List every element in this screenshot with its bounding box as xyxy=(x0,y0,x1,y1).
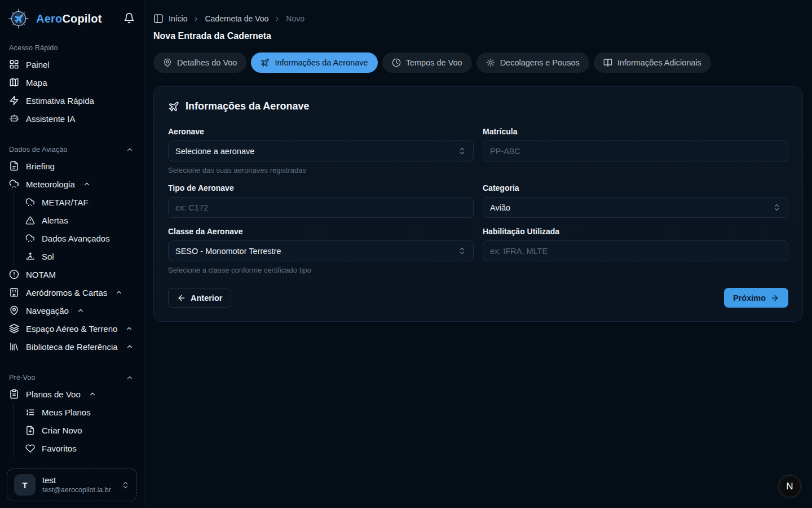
categoria-select[interactable]: Avião xyxy=(483,197,788,218)
heart-icon xyxy=(25,444,35,453)
sidebar-item-label: Espaço Aéreo & Terreno xyxy=(26,324,117,334)
map-icon xyxy=(9,77,19,87)
main-content: Início Caderneta de Voo Novo Nova Entrad… xyxy=(144,0,812,508)
alert-circle-icon xyxy=(9,269,19,279)
breadcrumb-novo: Novo xyxy=(286,14,304,23)
sidebar-item-painel[interactable]: Painel xyxy=(0,55,144,73)
sidebar-item-label: Aeródromos & Cartas xyxy=(26,288,107,297)
sidebar-item-estimativa-rapida[interactable]: Estimativa Rápida xyxy=(0,91,144,110)
select-value: Avião xyxy=(490,203,510,212)
aeronave-select[interactable]: Selecione a aeronave xyxy=(168,141,474,161)
chevron-up-icon xyxy=(126,374,134,382)
panel-left-icon[interactable] xyxy=(153,14,164,24)
page-title: Nova Entrada da Caderneta xyxy=(153,31,803,41)
field-classe-da-aeronave: Classe da Aeronave SESO - Monomotor Terr… xyxy=(168,227,474,274)
chevron-up-icon xyxy=(115,288,123,296)
tab-detalhes-do-voo[interactable]: Detalhes do Voo xyxy=(153,52,246,73)
tab-decolagens-e-pousos[interactable]: Decolagens e Pousos xyxy=(476,52,589,73)
proximo-button[interactable]: Próximo xyxy=(724,288,788,308)
library-icon xyxy=(9,341,19,352)
file-plus-icon xyxy=(25,426,35,435)
breadcrumb-caderneta-de-voo[interactable]: Caderneta de Voo xyxy=(205,14,268,23)
sidebar-item-notam[interactable]: NOTAM xyxy=(0,265,144,283)
sidebar-item-briefing[interactable]: Briefing xyxy=(0,157,144,175)
sidebar-item-label: Planos de Voo xyxy=(26,389,81,399)
tab-tempos-de-voo[interactable]: Tempos de Voo xyxy=(382,52,472,73)
sidebar-item-meus-planos[interactable]: Meus Planos xyxy=(14,403,144,421)
select-value: Selecione a aeronave xyxy=(175,147,254,156)
arrow-left-icon xyxy=(177,294,186,303)
sidebar-item-assistente-ia[interactable]: Assistente IA xyxy=(0,110,144,128)
tipo-de-aeronave-input[interactable] xyxy=(168,197,474,218)
section-acesso-rapido: Acesso Rápido Painel Mapa Estimativa Ráp… xyxy=(0,41,144,128)
form-grid: Aeronave Selecione a aeronave Selecione … xyxy=(168,127,788,274)
sidebar-header: AeroCopilot xyxy=(0,0,144,36)
user-meta: test test@aerocopilot.ia.br xyxy=(42,475,111,494)
classe-da-aeronave-select[interactable]: SESO - Monomotor Terrestre xyxy=(168,240,474,261)
field-label: Tipo de Aeronave xyxy=(168,183,474,192)
matricula-input[interactable] xyxy=(483,141,788,161)
chevrons-up-down-icon xyxy=(458,247,466,255)
sidebar-item-label: Briefing xyxy=(26,161,55,171)
sidebar-item-label: Alertas xyxy=(42,216,68,225)
sidebar-item-label: Navegação xyxy=(26,306,69,316)
notifications-bell-icon[interactable] xyxy=(123,12,136,25)
section-label-pre-voo[interactable]: Pré-Voo xyxy=(0,370,144,385)
anterior-button[interactable]: Anterior xyxy=(168,288,231,308)
section-label-text: Acesso Rápido xyxy=(9,44,58,52)
card-title: Informações da Aeronave xyxy=(186,100,309,112)
cloud-drizzle-icon xyxy=(25,198,35,207)
section-label-dados-de-aviacao[interactable]: Dados de Aviação xyxy=(0,142,144,157)
sidebar-item-espaco-aereo-terreno[interactable]: Espaço Aéreo & Terreno xyxy=(0,319,144,338)
sidebar-nav: Acesso Rápido Painel Mapa Estimativa Ráp… xyxy=(0,36,144,464)
map-pin-icon xyxy=(163,58,172,67)
chevron-up-icon xyxy=(77,306,85,314)
sidebar: AeroCopilot Acesso Rápido Painel Mapa Es… xyxy=(0,0,144,508)
sidebar-item-aerodromos-cartas[interactable]: Aeródromos & Cartas xyxy=(0,283,144,301)
sidebar-item-meteorologia[interactable]: Meteorologia xyxy=(0,175,144,193)
wizard-tabs: Detalhes do Voo Informações da Aeronave … xyxy=(153,52,803,73)
arrow-right-icon xyxy=(770,294,779,303)
sidebar-item-alertas[interactable]: Alertas xyxy=(14,211,144,229)
sidebar-item-navegacao[interactable]: Navegação xyxy=(0,301,144,319)
cloud-drizzle-icon xyxy=(9,179,19,189)
sidebar-item-favoritos[interactable]: Favoritos xyxy=(14,439,144,457)
bot-icon xyxy=(9,113,19,124)
zap-icon xyxy=(9,95,19,106)
chevron-up-icon xyxy=(126,146,134,154)
habilitacao-utilizada-input[interactable] xyxy=(483,240,788,261)
field-aeronave: Aeronave Selecione a aeronave Selecione … xyxy=(168,127,474,174)
sidebar-item-label: Favoritos xyxy=(42,444,77,453)
sidebar-item-sol[interactable]: Sol xyxy=(14,247,144,265)
section-label-text: Dados de Aviação xyxy=(9,146,68,154)
aircraft-info-card: Informações da Aeronave Aeronave Selecio… xyxy=(153,86,803,322)
sidebar-item-label: Criar Novo xyxy=(42,426,82,435)
sidebar-item-label: METAR/TAF xyxy=(42,198,89,207)
field-tipo-de-aeronave: Tipo de Aeronave xyxy=(168,183,474,218)
sidebar-item-dados-avancados[interactable]: Dados Avançados xyxy=(14,229,144,247)
brand-aero: Aero xyxy=(36,12,62,25)
map-pin-icon xyxy=(9,305,19,316)
field-help: Selecione a classe conforme certificado … xyxy=(168,266,474,274)
sidebar-item-mapa[interactable]: Mapa xyxy=(0,73,144,91)
sidebar-item-metar-taf[interactable]: METAR/TAF xyxy=(14,193,144,211)
tab-informacoes-da-aeronave[interactable]: Informações da Aeronave xyxy=(251,52,377,73)
sidebar-item-criar-novo[interactable]: Criar Novo xyxy=(14,421,144,439)
form-actions: Anterior Próximo xyxy=(168,288,788,308)
tab-label: Tempos de Voo xyxy=(406,58,462,67)
field-categoria: Categoria Avião xyxy=(483,183,788,218)
sidebar-item-label: NOTAM xyxy=(26,270,56,279)
field-matricula: Matrícula xyxy=(483,127,788,161)
sidebar-item-biblioteca-referencia[interactable]: Biblioteca de Referência xyxy=(0,338,144,356)
breadcrumb-inicio[interactable]: Início xyxy=(169,14,187,23)
sun-icon xyxy=(486,58,495,67)
sidebar-item-label: Estimativa Rápida xyxy=(26,96,94,106)
user-menu[interactable]: T test test@aerocopilot.ia.br xyxy=(7,468,137,501)
nextjs-dev-badge[interactable]: N xyxy=(779,475,801,497)
building-icon xyxy=(9,287,19,297)
sidebar-item-planos-de-voo[interactable]: Planos de Voo xyxy=(0,385,144,403)
sidebar-item-label: Mapa xyxy=(26,78,47,87)
field-label: Categoria xyxy=(483,183,788,192)
tab-informacoes-adicionais[interactable]: Informações Adicionais xyxy=(594,52,711,73)
section-label-acesso-rapido: Acesso Rápido xyxy=(0,41,144,55)
